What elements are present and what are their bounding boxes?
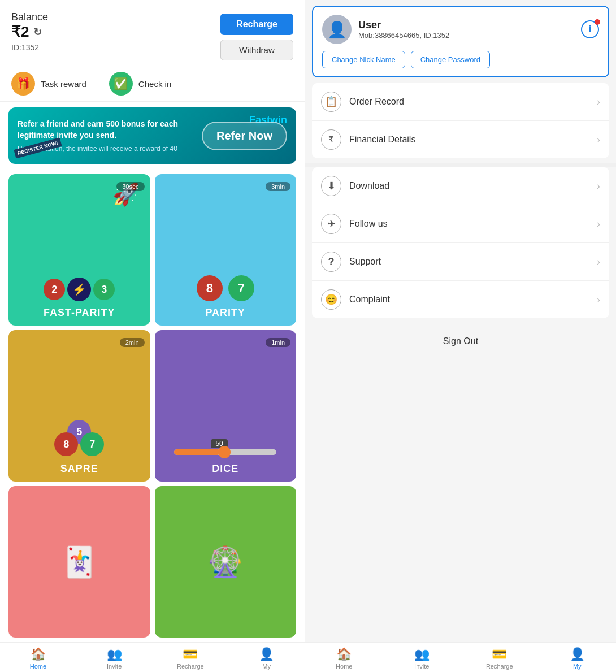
withdraw-button[interactable]: Withdraw [220,40,293,60]
check-in-item[interactable]: ✅ Check in [109,72,171,96]
task-reward-item[interactable]: 🎁 Task reward [11,72,86,96]
fp-circle-2: 2 [44,279,65,300]
game-card-dice[interactable]: 1min 50 DICE [155,330,297,482]
game-card-sapre[interactable]: 2min 5 8 7 SAPRE [8,330,150,482]
fast-parity-timer: 30sec [116,182,144,191]
wheel-icon: 🎡 [207,545,244,579]
dice-slider-track [174,449,276,455]
fp-circle-3: 3 [93,279,115,300]
game-card-parity[interactable]: 3min 8 7 PARITY [155,174,297,326]
left-nav-recharge[interactable]: 💳 Recharge [153,647,229,670]
profile-mob: Mob:38866454665, ID:1352 [358,31,574,40]
game-card-fast-parity[interactable]: 🚀 30sec 2 ⚡ 3 FAST-PARITY [8,174,150,326]
profile-top: 👤 User Mob:38866454665, ID:1352 i [322,15,599,44]
menu-section-2: ⬇ Download › ✈ Follow us › ? Support › 😊… [312,167,609,318]
right-nav-recharge[interactable]: 💳 Recharge [461,647,539,670]
menu-item-financial-details[interactable]: ₹ Financial Details › [312,121,609,158]
right-invite-label: Invite [414,663,429,670]
balance-amount: ₹2 ↻ [11,23,48,41]
right-invite-icon: 👥 [414,647,430,662]
order-record-label: Order Record [349,97,597,107]
left-home-label: Home [30,663,46,670]
sapre-title: SAPRE [60,463,98,475]
follow-us-chevron: › [597,218,600,230]
balance-label: Balance [11,11,48,23]
complaint-label: Complaint [349,294,597,305]
left-invite-icon: 👥 [107,647,122,662]
follow-us-label: Follow us [349,219,597,229]
change-nick-button[interactable]: Change Nick Name [322,51,405,68]
menu-item-complaint[interactable]: 😊 Complaint › [312,281,609,318]
right-my-label: My [573,663,582,670]
menu-item-order-record[interactable]: 📋 Order Record › [312,83,609,121]
right-home-icon: 🏠 [336,647,352,662]
complaint-icon: 😊 [321,289,341,310]
right-nav-home[interactable]: 🏠 Home [305,647,383,670]
parity-circles: 8 7 [197,275,254,301]
menu-item-download[interactable]: ⬇ Download › [312,167,609,205]
order-record-icon: 📋 [321,92,341,112]
refer-now-button[interactable]: Refer Now [202,122,287,150]
parity-circle-8: 8 [197,275,223,301]
left-invite-label: Invite [107,663,122,670]
menu-item-support[interactable]: ? Support › [312,243,609,281]
right-recharge-icon: 💳 [492,647,507,662]
cards-icon: 🃏 [61,545,98,579]
balance-buttons: Recharge Withdraw [220,14,293,60]
check-in-label: Check in [138,79,171,89]
right-panel: 👤 User Mob:38866454665, ID:1352 i Change… [305,0,616,672]
download-label: Download [349,181,597,191]
left-nav-my[interactable]: 👤 My [228,647,305,670]
dice-slider-fill [174,449,220,455]
banner-title: Refer a friend and earn 500 bonus for ea… [18,119,195,141]
change-password-button[interactable]: Change Password [411,51,490,68]
info-icon[interactable]: i [581,20,599,38]
profile-name: User [358,19,574,31]
parity-title: PARITY [205,307,245,319]
order-record-chevron: › [597,96,600,108]
menu-section-1: 📋 Order Record › ₹ Financial Details › [312,83,609,158]
left-nav-home[interactable]: 🏠 Home [0,647,76,670]
follow-us-icon: ✈ [321,214,341,234]
balance-section: Balance ₹2 ↻ ID:1352 Recharge Withdraw [0,0,305,66]
financial-details-icon: ₹ [321,129,341,150]
left-nav-invite[interactable]: 👥 Invite [76,647,153,670]
parity-circle-7: 7 [228,275,254,301]
left-bottom-nav: 🏠 Home 👥 Invite 💳 Recharge 👤 My [0,642,305,672]
left-my-label: My [262,663,271,670]
sign-out-section: Sign Out [305,323,616,360]
right-nav-invite[interactable]: 👥 Invite [383,647,461,670]
left-panel: Balance ₹2 ↻ ID:1352 Recharge Withdraw 🎁… [0,0,305,672]
task-reward-label: Task reward [41,79,86,89]
sapre-timer: 2min [120,338,145,347]
refresh-icon[interactable]: ↻ [33,26,42,38]
menu-item-follow-us[interactable]: ✈ Follow us › [312,205,609,243]
task-section: 🎁 Task reward ✅ Check in [0,66,305,102]
check-in-icon: ✅ [109,72,133,96]
dice-thumb [218,446,231,458]
support-label: Support [349,257,597,267]
avatar: 👤 [322,15,352,44]
left-recharge-label: Recharge [177,663,204,670]
right-nav-my[interactable]: 👤 My [539,647,617,670]
sapre-circle-7: 7 [80,432,104,456]
game-card-andar-bahar[interactable]: 🃏 [8,486,150,638]
support-chevron: › [597,256,600,268]
profile-buttons: Change Nick Name Change Password [322,51,599,68]
fast-parity-circles: 2 ⚡ 3 [44,278,115,301]
left-recharge-icon: 💳 [183,647,198,662]
task-reward-icon: 🎁 [11,72,35,96]
financial-details-chevron: › [597,134,600,146]
sign-out-button[interactable]: Sign Out [443,336,478,346]
sapre-circles: 5 8 7 [54,420,104,457]
game-card-lucky-wheel[interactable]: 🎡 [155,486,297,638]
support-icon: ? [321,252,341,272]
left-my-icon: 👤 [259,647,274,662]
recharge-button[interactable]: Recharge [220,14,293,35]
dice-title: DICE [212,463,238,475]
referral-banner[interactable]: Refer a friend and earn 500 bonus for ea… [8,107,296,164]
right-home-label: Home [336,663,352,670]
fast-parity-title: FAST-PARITY [44,307,115,319]
right-recharge-label: Recharge [486,663,513,670]
download-icon: ⬇ [321,176,341,196]
